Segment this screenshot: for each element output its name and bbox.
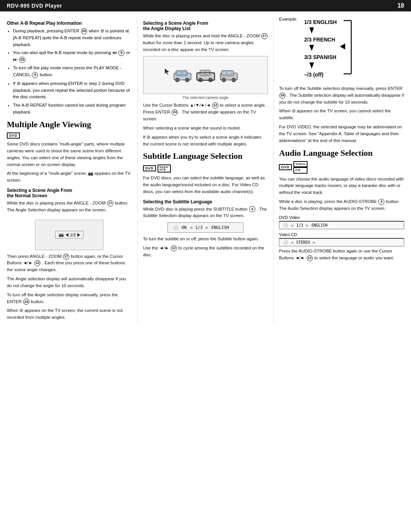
multiple-angle-body2: At the beginning of a "multi-angle" scen…: [7, 170, 132, 184]
dvd-badge: DVD: [7, 133, 20, 139]
circle-8: 8: [32, 72, 38, 78]
camera-icon-2: 📷: [59, 232, 64, 237]
camera-angles-image-box: [143, 56, 268, 94]
col-divider-2: [273, 17, 274, 323]
subtitle-disp-lang: ENGLISH: [211, 225, 229, 230]
svg-rect-17: [222, 71, 226, 74]
other-ab-heading: Other A-B Repeat Play Information: [7, 21, 132, 26]
super-vcd-badge: SuperVCD: [158, 165, 171, 173]
multiple-angle-body1: Some DVD discs contains "multi-angle" pa…: [7, 141, 132, 168]
normal-screen-body1: While the disc is playing press the ANGL…: [7, 200, 132, 214]
col3-body1: To turn off the Subtitle selection displ…: [279, 85, 404, 105]
no-icon-5: ⊘: [292, 109, 296, 113]
subtitle-display-box: ⬜ ON ◁ 1/3 ▷ ENGLISH: [167, 222, 244, 233]
no-icon-2: [17, 81, 21, 86]
vcd-audio-display: ⬜ ◁ STEREO ▷: [279, 238, 404, 246]
angle-list-body1: While the disc is playing press and hold…: [143, 33, 268, 53]
subtitle-body1: For DVD discs, you can select the subtit…: [143, 175, 268, 195]
sub-normal-screen-heading: Selecting a Scene Angle Fromthe Normal S…: [7, 188, 132, 198]
svg-rect-5: [183, 71, 186, 75]
circle-24c: 24: [172, 109, 178, 115]
circle-12d: 12: [307, 255, 313, 261]
circle-3: 3: [249, 206, 255, 212]
vcd-disp-left: ◁: [291, 240, 293, 244]
col3-body3: For DVD VIDEO, the selected language may…: [279, 124, 404, 144]
camera-caption: The selected camera angle: [143, 96, 268, 100]
subtitle-disp-left: ◁: [190, 225, 192, 230]
video-cd-section: Video CD ⬜ ◁ STEREO ▷: [279, 232, 404, 246]
dvd-disp-right: ▷: [306, 223, 308, 227]
lang-diagram-container: 1/3 ENGLISH 2/3 FRENCH 3/3 SPANISH –/3 (…: [304, 17, 354, 80]
angle-list-body4: If ⊘ appears when you try to select a sc…: [143, 134, 268, 148]
dvd-disp-lang: ENGLISH: [311, 223, 327, 227]
circle-12a: 12: [34, 260, 40, 266]
lang-item-2: 2/3 FRENCH: [304, 34, 335, 45]
video-cd-label-text: Video CD: [279, 232, 404, 237]
bracket-svg: [340, 17, 354, 78]
dvd-video-label: DVD Video ⬜ ◁ 1/3 ▷ ENGLISH: [279, 215, 404, 229]
circle-24b: 24: [23, 299, 29, 305]
no-icon-3: ⊘: [19, 308, 23, 313]
page-number: 18: [397, 2, 404, 9]
subtitle-disp-value: 1/3: [195, 225, 203, 230]
svg-point-16: [232, 78, 236, 82]
circle-22: 22: [19, 57, 25, 63]
header-subtitle: DVD Player: [32, 3, 62, 9]
subtitle-disp-icon: ⬜: [173, 225, 178, 230]
subtitle-disp-on: ON: [182, 225, 186, 230]
page: RDV-995 DVD Player 18 Other A-B Repeat P…: [0, 0, 411, 323]
dvd-badge-3: DVD: [279, 164, 292, 170]
subtitle-body2: While DVD disc is playing press the SUBT…: [143, 206, 268, 220]
circle-24: 24: [81, 28, 87, 34]
cd-badge: CD: [293, 167, 307, 173]
svg-rect-4: [177, 71, 182, 75]
main-content: Other A-B Repeat Play Information During…: [0, 17, 411, 323]
svg-marker-20: [309, 27, 314, 34]
arrow-down-3: [308, 62, 315, 69]
angle-ui-box: 📷 1/3: [55, 231, 84, 239]
svg-marker-19: [165, 69, 169, 75]
svg-marker-21: [309, 45, 314, 51]
column-3: Example: 1/3 ENGLISH 2/3 FRENCH 3/3 SPAN…: [275, 17, 404, 323]
angle-value: 1/3: [70, 233, 76, 237]
circle-12c: 12: [171, 245, 177, 251]
lang-example-area: Example: 1/3 ENGLISH 2/3 FRENCH 3/3 SPAN…: [279, 17, 404, 80]
circle-4: 4: [378, 199, 384, 205]
section-audio-title: Audio Language Selection: [279, 148, 404, 158]
arrow-down-1: [308, 27, 315, 34]
col3-body2: When ⊘ appears on the TV screen, you can…: [279, 108, 404, 121]
circle-9: 9: [118, 50, 124, 56]
vcd-disp-value: STEREO: [296, 240, 310, 244]
svg-point-15: [222, 78, 226, 82]
dvd-audio-display: ⬜ ◁ 1/3 ▷ ENGLISH: [279, 221, 404, 229]
circle-17b: 17: [63, 254, 69, 260]
normal-screen-body4: To turn off the Angle selection display …: [7, 292, 132, 305]
section-multiple-angle-title: Multiple Angle Viewing: [7, 120, 132, 129]
angle-list-body3: When selecting a scene angle the sound i…: [143, 125, 268, 132]
ab-repeat-bullets: During playback, pressing ENTER 24 when …: [7, 27, 132, 116]
section-subtitle-title: Subtitle Language Selection: [143, 151, 268, 161]
model-name: RDV-995: [7, 3, 30, 9]
camera-img-row: [170, 64, 242, 86]
svg-point-3: [185, 78, 189, 82]
normal-screen-body3: The Angle selection display will automat…: [7, 276, 132, 289]
audio-body3: Press the AUDIO-STROBE button again or u…: [279, 248, 404, 262]
dvd-disp-value: 1/3: [296, 223, 303, 227]
arrow-down-2: [308, 45, 315, 52]
subtitle-badge-row: DVD SuperVCD: [143, 165, 268, 173]
car-angle-2: [195, 67, 216, 83]
circle-17c: 17: [261, 33, 268, 39]
car-angle-1: [172, 67, 193, 83]
audio-badge-row: DVD Video CD: [279, 161, 404, 174]
col-divider-1: [137, 17, 138, 323]
lang-item-4: –/3 (off): [304, 69, 323, 80]
dvd-video-label-text: DVD Video: [279, 215, 404, 220]
example-label: Example:: [279, 17, 297, 21]
camera-icon: 📷: [88, 171, 93, 176]
bullet-1: During playback, pressing ENTER 24 when …: [13, 27, 132, 48]
circle-17a: 17: [107, 200, 113, 206]
video-cd-badge-group: Video CD: [293, 161, 307, 174]
lang-items-column: 1/3 ENGLISH 2/3 FRENCH 3/3 SPANISH –/3 (…: [304, 17, 337, 80]
bracket-area: [340, 17, 354, 78]
left-arrow-icon: [65, 233, 68, 237]
